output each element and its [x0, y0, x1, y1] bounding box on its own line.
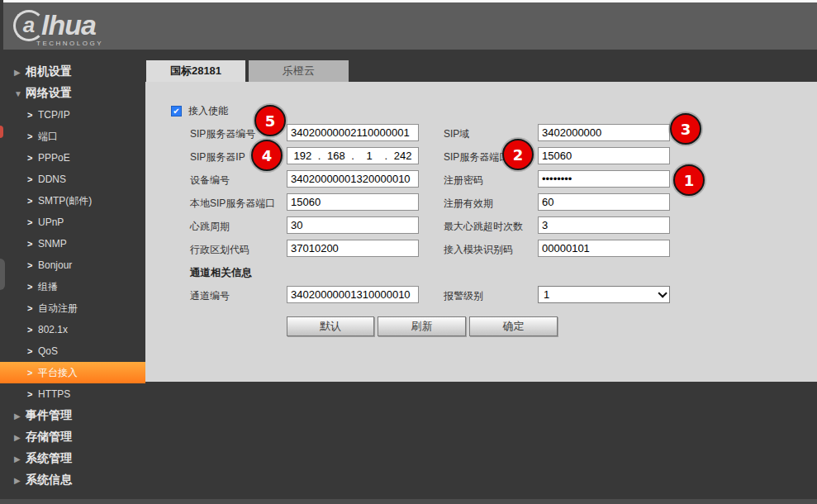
header-band: a lhua TECHNOLOGY [3, 2, 817, 50]
sidebar-item-bonjour[interactable]: > Bonjour [0, 254, 145, 276]
logo-text: lhua [41, 9, 96, 41]
sidebar-item-label: 自动注册 [38, 302, 78, 316]
sidebar-group-storage[interactable]: ▶ 存储管理 [0, 426, 145, 448]
sidebar-group-label: 网络设置 [26, 86, 72, 101]
ip-octet-4: 242 [387, 150, 418, 162]
sidebar-item-upnp[interactable]: > UPnP [0, 212, 145, 233]
admin-region-code-label: 行政区划代码 [190, 243, 249, 257]
sidebar-item-pppoe[interactable]: > PPPoE [0, 147, 145, 169]
chevron-right-icon: > [27, 303, 38, 313]
dahua-web-config-page: a lhua TECHNOLOGY ▶ 相机设置 ▼ 网络设置 > TCP/IP… [0, 0, 817, 504]
bottom-strip [0, 499, 817, 504]
sidebar-item-port[interactable]: > 端口 [0, 126, 145, 147]
sidebar-item-qos[interactable]: > QoS [0, 340, 145, 362]
sidebar-item-label: PPPoE [38, 152, 70, 164]
access-module-id-input[interactable] [538, 240, 670, 257]
ip-octet-1: 192 [287, 150, 318, 162]
sidebar-group-network[interactable]: ▼ 网络设置 [0, 83, 145, 104]
tab-lechange-cloud[interactable]: 乐橙云 [249, 60, 349, 82]
sidebar-group-label: 相机设置 [26, 64, 72, 79]
sip-server-port-label: SIP服务器端口 [444, 150, 509, 164]
collapsed-triangle-icon: ▶ [14, 411, 26, 421]
confirm-button[interactable]: 确定 [469, 316, 558, 336]
left-edge-red-marker [0, 126, 3, 138]
sidebar-group-label: 系统管理 [26, 451, 72, 466]
chevron-right-icon: > [27, 346, 38, 356]
left-edge-handle[interactable] [0, 259, 5, 290]
sidebar-group-sysinfo[interactable]: ▶ 系统信息 [0, 469, 145, 491]
sip-server-ip-label: SIP服务器IP [190, 150, 245, 164]
sidebar-item-tcpip[interactable]: > TCP/IP [0, 104, 145, 126]
sidebar-item-label: HTTPS [38, 388, 70, 400]
sidebar-item-label: QoS [38, 345, 58, 357]
channel-id-input[interactable] [287, 286, 419, 303]
sidebar-group-system[interactable]: ▶ 系统管理 [0, 448, 145, 469]
sidebar-group-event[interactable]: ▶ 事件管理 [0, 405, 145, 426]
annotation-circle-3: 3 [670, 113, 701, 145]
register-password-input[interactable] [538, 170, 670, 188]
sidebar-item-8021x[interactable]: > 802.1x [0, 319, 145, 340]
alarm-level-select[interactable]: 1 [538, 286, 670, 303]
sip-domain-input[interactable] [538, 124, 670, 141]
sidebar-group-camera[interactable]: ▶ 相机设置 [0, 61, 145, 83]
access-enable-row: ✔ 接入使能 [171, 104, 228, 118]
collapsed-triangle-icon: ▶ [14, 68, 26, 77]
default-button[interactable]: 默认 [287, 316, 374, 336]
sip-server-port-input[interactable] [538, 147, 670, 164]
chevron-right-icon: > [27, 131, 38, 141]
sidebar-item-platform-access-active[interactable]: > 平台接入 [0, 362, 145, 383]
register-validity-label: 注册有效期 [444, 197, 493, 211]
sidebar-item-label: 端口 [38, 130, 58, 144]
chevron-right-icon: > [27, 325, 38, 335]
chevron-right-icon: > [27, 174, 38, 184]
annotation-circle-2: 2 [502, 139, 534, 170]
collapsed-triangle-icon: ▶ [14, 476, 26, 485]
heartbeat-period-label: 心跳周期 [190, 220, 230, 234]
channel-info-section-title: 通道相关信息 [190, 266, 252, 280]
sidebar-item-label: 802.1x [38, 324, 68, 335]
sidebar-item-label: DDNS [38, 174, 66, 185]
sidebar-item-https[interactable]: > HTTPS [0, 383, 145, 405]
chevron-right-icon: > [27, 217, 38, 227]
sidebar-item-label: UPnP [38, 216, 64, 228]
max-heartbeat-timeout-input[interactable] [538, 216, 670, 234]
sidebar-group-label: 系统信息 [26, 473, 72, 487]
sip-server-ip-input[interactable]: 192. 168. 1. 242 [287, 147, 419, 164]
sidebar-menu: ▶ 相机设置 ▼ 网络设置 > TCP/IP > 端口 > PPPoE > DD… [0, 61, 145, 491]
device-id-input[interactable] [287, 170, 419, 188]
local-sip-port-input[interactable] [287, 193, 419, 211]
annotation-circle-1: 1 [673, 164, 705, 196]
chevron-right-icon: > [27, 368, 38, 378]
register-password-label: 注册密码 [444, 174, 483, 188]
register-validity-input[interactable] [538, 193, 670, 211]
sidebar-item-label: SNMP [38, 238, 67, 250]
alarm-level-value: 1 [544, 288, 549, 301]
heartbeat-period-input[interactable] [287, 216, 419, 234]
dahua-logo: a lhua TECHNOLOGY [13, 9, 103, 47]
refresh-button[interactable]: 刷新 [378, 316, 466, 336]
collapsed-triangle-icon: ▶ [14, 433, 26, 442]
sidebar-item-snmp[interactable]: > SNMP [0, 233, 145, 254]
sidebar-item-label: 平台接入 [38, 366, 78, 380]
admin-region-code-input[interactable] [287, 240, 419, 257]
sidebar-item-autoregister[interactable]: > 自动注册 [0, 297, 145, 319]
max-heartbeat-timeout-label: 最大心跳超时次数 [444, 220, 523, 234]
annotation-circle-5: 5 [254, 105, 286, 136]
logo-tagline: TECHNOLOGY [36, 40, 103, 47]
sip-server-id-input[interactable] [287, 124, 419, 141]
annotation-circle-4: 4 [251, 140, 283, 171]
form-row: 行政区划代码 接入模块识别码 [190, 240, 670, 257]
chevron-right-icon: > [27, 110, 38, 120]
access-enable-label: 接入使能 [188, 104, 228, 118]
tab-gb28181[interactable]: 国标28181 [146, 60, 245, 82]
access-enable-checkbox[interactable]: ✔ [171, 106, 182, 116]
button-row: 默认 刷新 确定 [287, 316, 561, 336]
chevron-right-icon: > [27, 282, 38, 292]
sidebar-item-label: SMTP(邮件) [38, 194, 92, 208]
collapsed-triangle-icon: ▶ [14, 454, 26, 464]
sidebar-item-multicast[interactable]: > 组播 [0, 276, 145, 297]
sidebar-item-ddns[interactable]: > DDNS [0, 169, 145, 190]
sidebar-item-smtp[interactable]: > SMTP(邮件) [0, 190, 145, 212]
sidebar-item-label: 组播 [38, 280, 58, 294]
chevron-right-icon: > [27, 239, 38, 249]
